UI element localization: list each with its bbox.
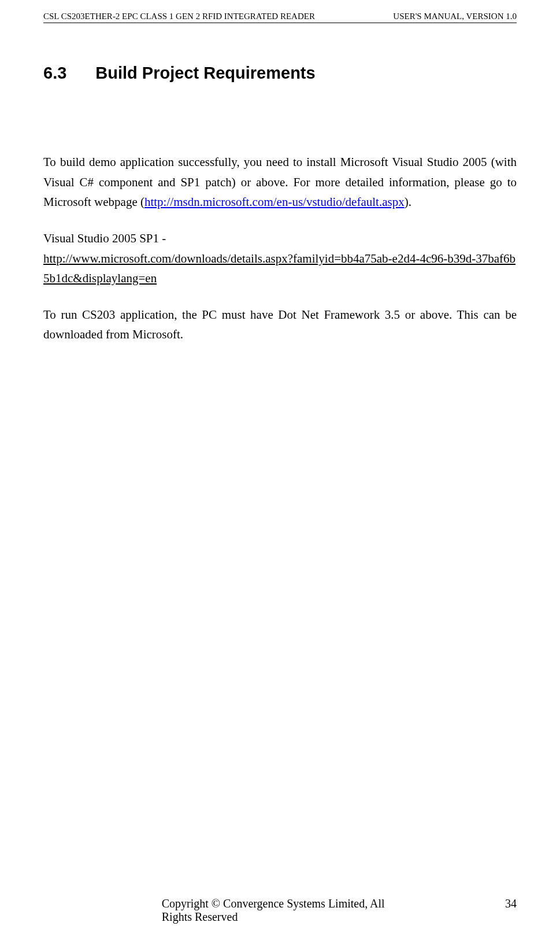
page-header: CSL CS203ETHER-2 EPC CLASS 1 GEN 2 RFID … [43,12,517,23]
p1-text-b: ). [405,195,411,209]
msdn-link[interactable]: http://msdn.microsoft.com/en-us/vstudio/… [144,195,405,209]
paragraph-2: Visual Studio 2005 SP1 - http://www.micr… [43,228,517,289]
paragraph-1: To build demo application successfully, … [43,152,517,212]
header-left-text: CSL CS203ETHER-2 EPC CLASS 1 GEN 2 RFID … [43,12,315,21]
section-number: 6.3 [43,64,66,83]
p2-label: Visual Studio 2005 SP1 - [43,228,517,249]
footer-page-number: 34 [505,897,517,910]
section-title: Build Project Requirements [95,64,315,82]
footer-copyright: Copyright © Convergence Systems Limited,… [162,897,399,924]
paragraph-3: To run CS203 application, the PC must ha… [43,305,517,345]
section-heading: 6.3Build Project Requirements [43,64,517,83]
page-footer: Copyright © Convergence Systems Limited,… [43,897,517,910]
header-right-text: USER'S MANUAL, VERSION 1.0 [393,12,517,21]
sp1-download-link[interactable]: http://www.microsoft.com/downloads/detai… [43,249,517,289]
